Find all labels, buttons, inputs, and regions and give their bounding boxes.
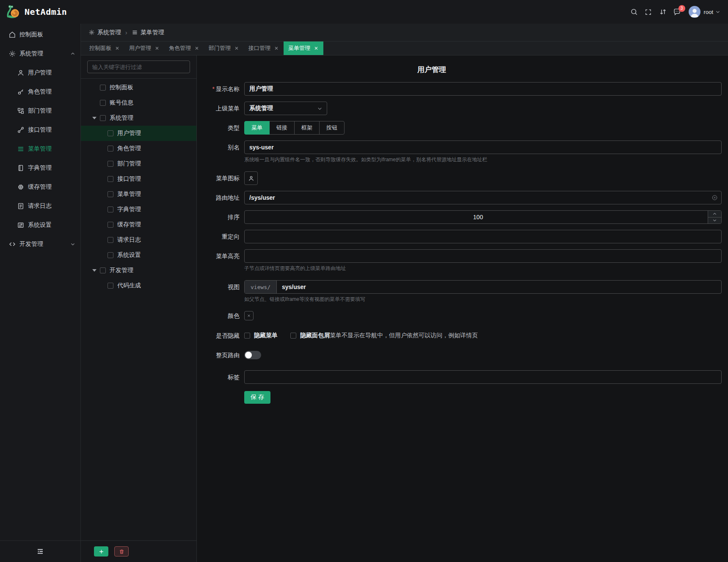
search-icon[interactable] [627, 5, 641, 19]
sidebar-item-menus[interactable]: 菜单管理 [0, 139, 80, 158]
display-name-input[interactable] [244, 82, 722, 96]
tree-item[interactable]: 部门管理 [81, 156, 196, 171]
fullscreen-icon[interactable] [641, 5, 656, 19]
hide-breadcrumb-checkbox[interactable] [290, 333, 296, 339]
sidebar-item-request-logs[interactable]: 请求日志 [0, 196, 80, 215]
tab-departments[interactable]: 部门管理 [204, 41, 244, 55]
redirect-input[interactable] [244, 230, 722, 243]
checkbox[interactable] [108, 222, 113, 228]
tree-item[interactable]: 请求日志 [81, 232, 196, 248]
expand-caret-icon[interactable] [92, 269, 97, 272]
menu-edit-form: 用户管理 *显示名称 上级菜单 系统管理 类型 菜单 链接 框架 按钮 [197, 55, 728, 562]
link-icon [17, 126, 25, 134]
checkbox[interactable] [108, 191, 113, 197]
expand-caret-icon[interactable] [92, 117, 97, 119]
close-tab-icon[interactable] [154, 46, 160, 51]
checkbox[interactable] [108, 161, 113, 167]
sidebar-item-settings[interactable]: 系统设置 [0, 215, 80, 234]
switch-icon[interactable] [656, 5, 670, 19]
sidebar-item-users[interactable]: 用户管理 [0, 63, 80, 82]
username-label[interactable]: root [704, 9, 713, 15]
tree-filter-input[interactable] [87, 61, 190, 73]
close-tab-icon[interactable] [115, 46, 120, 51]
checkbox[interactable] [108, 283, 113, 289]
breadcrumb-section[interactable]: 系统管理 [97, 29, 121, 36]
color-picker-button[interactable] [244, 311, 254, 320]
tree-item[interactable]: 代码生成 [81, 278, 196, 293]
alias-input[interactable] [244, 140, 722, 154]
tree-item[interactable]: 接口管理 [81, 171, 196, 187]
user-menu-caret-icon[interactable] [715, 9, 720, 14]
type-option-button[interactable]: 按钮 [319, 121, 345, 135]
checkbox[interactable] [100, 267, 106, 273]
chevron-down-icon [70, 242, 75, 247]
message-icon[interactable]: 3 [670, 5, 684, 19]
menu-icon [17, 145, 25, 153]
sidebar-item-apis[interactable]: 接口管理 [0, 120, 80, 139]
sidebar-item-label: 系统管理 [19, 50, 43, 58]
tab-users[interactable]: 用户管理 [124, 41, 164, 55]
tree-item[interactable]: 字典管理 [81, 202, 196, 217]
delete-menu-button[interactable] [114, 546, 129, 556]
tree-item[interactable]: 系统设置 [81, 248, 196, 263]
checkbox[interactable] [108, 176, 113, 182]
tree-item-label: 控制面板 [110, 84, 133, 91]
checkbox[interactable] [108, 207, 113, 212]
tree-item[interactable]: 菜单管理 [81, 187, 196, 202]
sidebar-item-system[interactable]: 系统管理 [0, 44, 80, 63]
tab-roles[interactable]: 角色管理 [164, 41, 204, 55]
hide-menu-label[interactable]: 隐藏菜单 [254, 332, 278, 339]
tree-filter-wrap [81, 55, 196, 79]
parent-menu-select[interactable]: 系统管理 [244, 102, 327, 115]
tree-item[interactable]: 开发管理 [81, 263, 196, 278]
form-title: 用户管理 [205, 61, 722, 77]
close-tab-icon[interactable] [274, 46, 279, 51]
close-tab-icon[interactable] [234, 46, 239, 51]
checkbox[interactable] [100, 85, 106, 91]
close-tab-icon[interactable] [194, 46, 199, 51]
close-tab-icon[interactable] [314, 46, 319, 51]
checkbox[interactable] [100, 115, 106, 121]
tree-item[interactable]: 系统管理 [81, 110, 196, 126]
menu-icon-picker-button[interactable] [244, 171, 258, 185]
checkbox[interactable] [108, 237, 113, 243]
type-option-link[interactable]: 链接 [269, 121, 295, 135]
user-avatar[interactable] [689, 6, 700, 18]
sidebar-item-dictionaries[interactable]: 字典管理 [0, 158, 80, 177]
tree-item[interactable]: 缓存管理 [81, 217, 196, 232]
sidebar-item-label: 用户管理 [28, 69, 52, 77]
decrease-button[interactable] [708, 218, 721, 224]
tab-apis[interactable]: 接口管理 [244, 41, 284, 55]
tab-dashboard[interactable]: 控制面板 [85, 41, 124, 55]
checkbox[interactable] [108, 252, 113, 258]
sidebar-item-cache[interactable]: 缓存管理 [0, 177, 80, 196]
tree-item[interactable]: 控制面板 [81, 80, 196, 95]
view-input[interactable]: views/ sys/user [244, 280, 722, 294]
sidebar-item-roles[interactable]: 角色管理 [0, 82, 80, 101]
full-page-route-toggle[interactable] [244, 351, 261, 359]
sidebar-item-development[interactable]: 开发管理 [0, 234, 80, 253]
increase-button[interactable] [708, 211, 721, 218]
collapse-sidebar-icon[interactable] [36, 548, 44, 555]
add-menu-button[interactable] [94, 546, 108, 556]
clear-input-icon[interactable] [711, 195, 718, 201]
sort-number-input[interactable] [244, 210, 722, 224]
tree-item[interactable]: 角色管理 [81, 141, 196, 156]
menu-highlight-input[interactable] [244, 249, 722, 263]
sidebar-item-departments[interactable]: 部门管理 [0, 101, 80, 120]
checkbox[interactable] [108, 146, 113, 152]
hide-breadcrumb-label[interactable]: 隐藏面包屑 [300, 332, 330, 339]
tree-item[interactable]: 账号信息 [81, 95, 196, 110]
route-input[interactable] [244, 191, 722, 204]
sidebar-item-dashboard[interactable]: 控制面板 [0, 25, 80, 44]
type-option-iframe[interactable]: 框架 [294, 121, 320, 135]
save-button[interactable]: 保 存 [244, 391, 270, 404]
type-option-menu[interactable]: 菜单 [244, 121, 270, 135]
field-label: 菜单图标 [205, 171, 244, 185]
tree-item-selected[interactable]: 用户管理 [81, 126, 196, 141]
tab-menus[interactable]: 菜单管理 [284, 41, 323, 55]
tags-input[interactable] [244, 370, 722, 384]
hide-menu-checkbox[interactable] [244, 333, 250, 339]
checkbox[interactable] [108, 130, 113, 136]
checkbox[interactable] [100, 100, 106, 106]
